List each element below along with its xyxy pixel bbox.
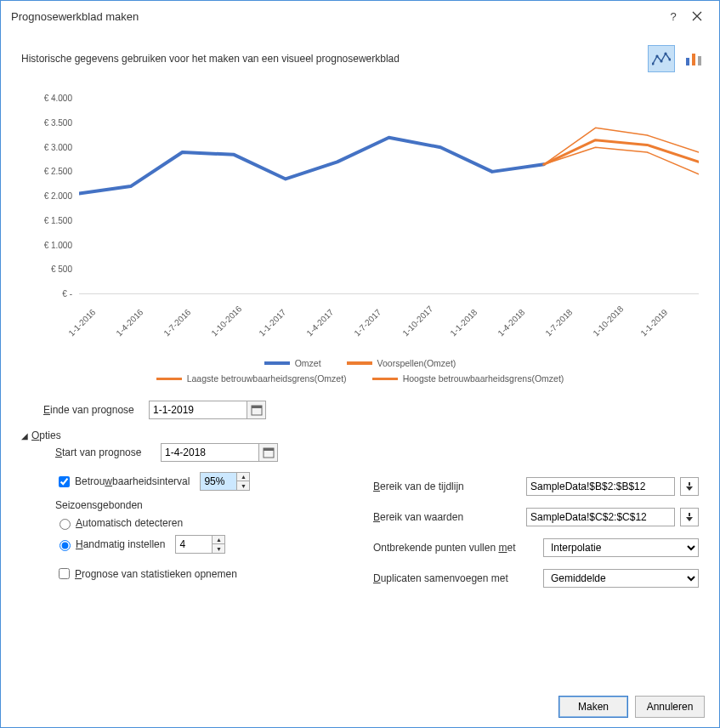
svg-rect-13	[689, 513, 690, 516]
values-range-label: Bereik van waarden	[373, 511, 526, 523]
forecast-end-datepicker-button[interactable]	[247, 401, 266, 419]
forecast-end-input[interactable]	[149, 401, 247, 419]
create-button[interactable]: Maken	[558, 696, 628, 718]
dialog-subtitle: Historische gegevens gebruiken voor het …	[21, 53, 648, 65]
svg-point-2	[660, 60, 662, 62]
duplicates-label: Duplicaten samenvoegen met	[373, 572, 543, 584]
seasonal-auto-label: Automatisch detecteren	[76, 517, 183, 529]
expander-icon: ◢	[21, 431, 28, 441]
svg-rect-11	[264, 448, 274, 451]
forecast-start-label: Start van prognose	[21, 446, 161, 458]
forecast-end-label: Einde van prognose	[21, 404, 149, 416]
options-expander[interactable]: ◢ Opties	[21, 429, 699, 441]
svg-rect-6	[692, 54, 695, 65]
calendar-icon	[251, 404, 263, 416]
include-stats-label: Prognose van statistieken opnemen	[75, 568, 237, 580]
seasonal-auto-radio[interactable]	[60, 519, 71, 530]
forecast-start-input[interactable]	[161, 443, 259, 462]
svg-point-3	[664, 52, 666, 54]
values-range-picker-button[interactable]	[680, 508, 699, 526]
close-button[interactable]	[685, 8, 709, 25]
confidence-spin-buttons[interactable]: ▲▼	[237, 472, 250, 491]
forecast-chart: € 4.000€ 3.500€ 3.000€ 2.500€ 2.000€ 1.5…	[21, 94, 699, 350]
y-axis-labels: € 4.000€ 3.500€ 3.000€ 2.500€ 2.000€ 1.5…	[21, 94, 72, 299]
forecast-start-datepicker-button[interactable]	[259, 443, 278, 462]
line-chart-toggle[interactable]	[648, 45, 675, 72]
help-button[interactable]: ?	[661, 8, 685, 25]
duplicates-combo[interactable]: Gemiddelde	[543, 569, 699, 588]
confidence-row: Betrouwbaarheidsinterval ▲▼	[21, 472, 353, 491]
line-chart-icon	[652, 51, 671, 66]
forecast-start-row: Start van prognose	[21, 443, 353, 462]
confidence-label: Betrouwbaarheidsinterval	[75, 475, 190, 487]
seasonal-period-spinbox[interactable]	[175, 535, 213, 554]
range-picker-icon	[684, 481, 694, 492]
chart-svg	[79, 99, 699, 293]
missing-points-combo[interactable]: Interpolatie	[543, 538, 699, 557]
seasonal-manual-label: Handmatig instellen	[76, 538, 165, 550]
confidence-spinbox[interactable]	[200, 472, 237, 491]
svg-rect-12	[689, 482, 690, 486]
timeline-range-picker-button[interactable]	[680, 477, 699, 496]
forecast-end-row: Einde van prognose	[21, 401, 699, 419]
seasonal-label: Seizoensgebonden	[21, 499, 353, 511]
x-axis-labels: 1-1-20161-4-20161-7-20161-10-20161-1-201…	[79, 299, 699, 336]
values-range-input[interactable]	[526, 508, 675, 526]
plot-area	[79, 99, 699, 294]
cancel-button[interactable]: Annuleren	[635, 696, 705, 718]
timeline-range-label: Bereik van de tijdlijn	[373, 481, 526, 492]
svg-point-1	[655, 54, 658, 57]
include-stats-checkbox[interactable]	[59, 568, 70, 579]
timeline-range-input[interactable]	[526, 477, 675, 496]
window-title: Prognosewerkblad maken	[11, 10, 661, 23]
seasonal-manual-radio[interactable]	[60, 540, 71, 551]
options-form: Einde van prognose ◢ Opties Start van pr…	[21, 401, 699, 600]
confidence-checkbox[interactable]	[59, 476, 70, 487]
svg-rect-9	[252, 406, 262, 408]
dialog-footer: Maken Annuleren	[558, 696, 705, 718]
bar-chart-icon	[684, 51, 703, 66]
titlebar: Prognosewerkblad maken ?	[1, 1, 719, 28]
svg-rect-5	[686, 58, 689, 65]
svg-rect-7	[698, 56, 701, 65]
calendar-icon	[263, 446, 275, 458]
seasonal-period-spin-buttons[interactable]: ▲▼	[213, 535, 225, 554]
close-icon	[692, 11, 702, 21]
missing-points-label: Ontbrekende punten vullen met	[373, 542, 543, 554]
range-picker-icon	[684, 512, 694, 522]
chart-legend: OmzetVoorspellen(Omzet)Laagste betrouwba…	[21, 350, 699, 384]
bar-chart-toggle[interactable]	[680, 45, 707, 72]
